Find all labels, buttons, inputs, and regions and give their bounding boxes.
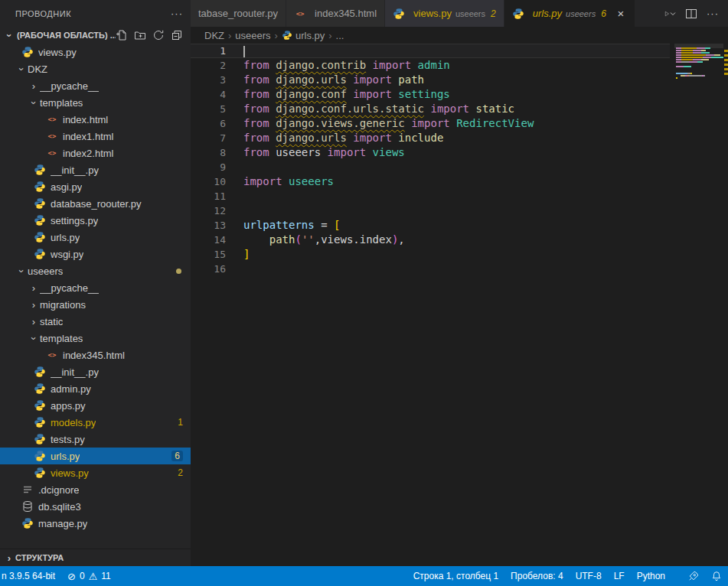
tree-item-index.html[interactable]: <>index.html (0, 111, 191, 128)
line-number[interactable]: 9 (191, 160, 226, 174)
workspace-section-header[interactable]: › (РАБОЧАЯ ОБЛАСТЬ) ... (0, 27, 191, 44)
tree-item-tests.py[interactable]: tests.py (0, 431, 191, 448)
code-area[interactable]: 12from django.contrib import admin3from … (191, 44, 670, 566)
line-number[interactable]: 1 (191, 44, 226, 58)
cursor-position-status[interactable]: Строка 1, столбец 1 (407, 566, 504, 586)
rocket-icon[interactable] (682, 566, 705, 586)
tree-item-__pycache__[interactable]: ›__pycache__ (0, 77, 191, 94)
code-line[interactable]: 14 path('',views.index), (191, 233, 670, 247)
tab-index345.html[interactable]: <>index345.html (286, 0, 385, 27)
code-line[interactable]: 15] (191, 247, 670, 262)
breadcrumb-item-...[interactable]: ... (336, 30, 344, 41)
tree-item-views.py[interactable]: views.py2 (0, 464, 191, 481)
line-number[interactable]: 10 (191, 174, 226, 189)
tree-item-index345.html[interactable]: <>index345.html (0, 347, 191, 363)
python-file-icon (34, 164, 46, 176)
python-version-status[interactable]: n 3.9.5 64-bit (0, 566, 61, 586)
problems-status[interactable]: ⊘ 0 ⚠ 11 (61, 566, 117, 586)
tab-tabase_roouter.py[interactable]: tabase_roouter.py (191, 0, 286, 27)
close-icon[interactable]: × (615, 8, 627, 19)
line-number[interactable]: 2 (191, 58, 226, 73)
collapse-all-icon[interactable] (171, 29, 183, 41)
line-number[interactable]: 7 (191, 131, 226, 145)
new-file-icon[interactable] (116, 29, 128, 41)
code-line[interactable]: 7from django.urls import include (191, 131, 670, 145)
code-line[interactable]: 1 (191, 44, 670, 58)
code-line[interactable]: 11 (191, 189, 670, 203)
code-line[interactable]: 10import useeers (191, 174, 670, 189)
code-line[interactable]: 2from django.contrib import admin (191, 58, 670, 73)
code-line[interactable]: 5from django.conf.urls.static import sta… (191, 102, 670, 116)
python-file-icon (393, 8, 405, 20)
code-line[interactable]: 6from django.views.generic import Redire… (191, 116, 670, 131)
more-actions-icon[interactable]: ··· (171, 8, 183, 19)
file-label: views.py (38, 47, 77, 58)
tree-item-useeers[interactable]: ›useeers (0, 262, 191, 279)
line-number[interactable]: 12 (191, 203, 226, 218)
tree-item-migrations[interactable]: ›migrations (0, 296, 191, 313)
tree-item-manage.py[interactable]: manage.py (0, 515, 191, 532)
line-number[interactable]: 8 (191, 145, 226, 160)
tree-item-views.py[interactable]: views.py (0, 44, 191, 60)
language-status[interactable]: Python (631, 566, 671, 586)
breadcrumb-item-urls.py[interactable]: urls.py (282, 30, 325, 41)
python-file-icon (34, 248, 46, 260)
tree-item-apps.py[interactable]: apps.py (0, 397, 191, 414)
tab-label: urls.py (533, 8, 562, 19)
tree-item-database_roouter.py[interactable]: database_roouter.py (0, 195, 191, 212)
tree-item-index2.html[interactable]: <>index2.html (0, 145, 191, 161)
encoding-status[interactable]: UTF-8 (570, 566, 608, 586)
tree-item-urls.py[interactable]: urls.py6 (0, 448, 191, 464)
tree-item-__pycache__[interactable]: ›__pycache__ (0, 279, 191, 296)
run-button[interactable] (664, 8, 676, 20)
tree-item-settings.py[interactable]: settings.py (0, 212, 191, 229)
tree-item-templates[interactable]: ›templates (0, 94, 191, 111)
tree-item-urls.py[interactable]: urls.py (0, 229, 191, 246)
more-actions-icon[interactable]: ··· (707, 8, 719, 19)
code-line[interactable]: 9 (191, 160, 670, 174)
eol-status[interactable]: LF (608, 566, 631, 586)
line-number[interactable]: 16 (191, 262, 226, 276)
tree-item-admin.py[interactable]: admin.py (0, 380, 191, 397)
minimap[interactable] (674, 44, 723, 566)
tab-views.py[interactable]: views.pyuseeers2 (385, 0, 504, 27)
line-number[interactable]: 14 (191, 233, 226, 247)
notifications-bell-icon[interactable] (705, 566, 728, 586)
file-label: index345.html (63, 350, 125, 361)
tree-item-db.sqlite3[interactable]: db.sqlite3 (0, 498, 191, 515)
tree-item-index1.html[interactable]: <>index1.html (0, 128, 191, 145)
line-number[interactable]: 11 (191, 189, 226, 203)
tree-item-static[interactable]: ›static (0, 313, 191, 330)
code-line[interactable]: 13urlpatterns = [ (191, 218, 670, 233)
code-line[interactable]: 3from django.urls import path (191, 73, 670, 87)
tree-item-asgi.py[interactable]: asgi.py (0, 178, 191, 195)
breadcrumb-item-DKZ[interactable]: DKZ (204, 30, 224, 41)
refresh-icon[interactable] (152, 29, 165, 41)
outline-section-header[interactable]: › СТРУКТУРА (0, 549, 191, 566)
modified-dot (176, 269, 181, 274)
line-number[interactable]: 5 (191, 102, 226, 116)
tree-item-templates[interactable]: ›templates (0, 330, 191, 347)
new-folder-icon[interactable] (134, 29, 146, 41)
tab-urls.py[interactable]: urls.pyuseeers6× (504, 0, 635, 27)
code-line[interactable]: 8from useeers import views (191, 145, 670, 160)
line-number[interactable]: 3 (191, 73, 226, 87)
line-number[interactable]: 4 (191, 87, 226, 102)
tree-item-.dcignore[interactable]: .dcignore (0, 481, 191, 498)
tree-item-DKZ[interactable]: ›DKZ (0, 60, 191, 77)
tree-item-__init__.py[interactable]: __init__.py (0, 363, 191, 380)
line-number[interactable]: 6 (191, 116, 226, 131)
breadcrumb-item-useeers[interactable]: useeers (235, 30, 270, 41)
tree-item-wsgi.py[interactable]: wsgi.py (0, 246, 191, 262)
tree-item-models.py[interactable]: models.py1 (0, 414, 191, 431)
indentation-status[interactable]: Пробелов: 4 (504, 566, 570, 586)
split-editor-icon[interactable] (685, 8, 697, 20)
line-number[interactable]: 15 (191, 247, 226, 262)
overview-ruler[interactable] (723, 44, 728, 566)
code-line[interactable]: 12 (191, 203, 670, 218)
code-line[interactable]: 16 (191, 262, 670, 276)
code-line[interactable]: 4from django.conf import settings (191, 87, 670, 102)
line-number[interactable]: 13 (191, 218, 226, 233)
code-text (226, 44, 245, 58)
tree-item-__init__.py[interactable]: __init__.py (0, 161, 191, 178)
